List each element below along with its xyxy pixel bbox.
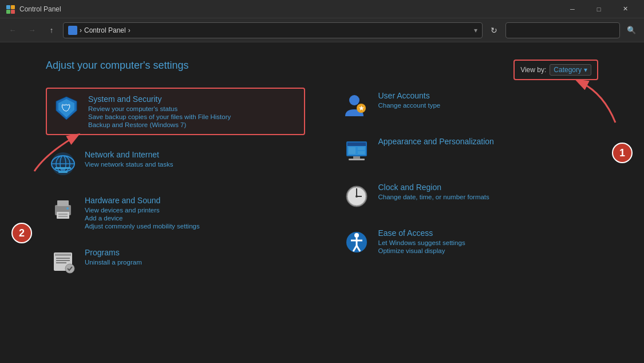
svg-rect-34 (358, 147, 365, 150)
network-internet-text: Network and Internet View network status… (85, 150, 173, 168)
user-accounts-links: Change account type (378, 102, 441, 109)
system-security-link-1[interactable]: Review your computer's status (88, 105, 231, 112)
ease-link-1[interactable]: Let Windows suggest settings (378, 239, 465, 246)
svg-rect-0 (6, 5, 10, 9)
left-column: 🛡 System and Security Review your comput… (46, 88, 305, 279)
category-hardware-sound[interactable]: Hardware and Sound View devices and prin… (46, 192, 305, 233)
hardware-link-3[interactable]: Adjust commonly used mobility settings (85, 223, 200, 230)
viewby-chevron: ▾ (584, 66, 587, 74)
user-accounts-link-1[interactable]: Change account type (378, 102, 441, 109)
svg-rect-32 (347, 143, 366, 146)
up-button[interactable]: ↑ (44, 22, 60, 38)
search-button[interactable]: 🔍 (623, 22, 639, 38)
category-clock-region[interactable]: Clock and Region Change date, time, or n… (339, 179, 599, 214)
svg-rect-36 (353, 156, 360, 159)
svg-rect-33 (349, 147, 355, 154)
system-security-icon: 🛡 (53, 94, 80, 122)
svg-point-45 (354, 233, 359, 238)
clock-region-title[interactable]: Clock and Region (378, 183, 489, 192)
programs-link-1[interactable]: Uninstall a program (85, 259, 142, 266)
annotation-arrow-2 (23, 125, 92, 183)
hardware-sound-text: Hardware and Sound View devices and prin… (85, 196, 200, 230)
programs-title[interactable]: Programs (85, 248, 142, 257)
category-user-accounts[interactable]: ★ User Accounts Change account type (339, 88, 599, 122)
svg-rect-25 (56, 262, 66, 263)
ease-link-2[interactable]: Optimize visual display (378, 247, 465, 254)
search-icon: 🔍 (627, 26, 636, 34)
viewby-dropdown[interactable]: Category ▾ (550, 64, 591, 76)
system-security-text: System and Security Review your computer… (88, 94, 231, 128)
path-arrow: › (128, 26, 131, 34)
appearance-title[interactable]: Appearance and Personalization (378, 137, 494, 146)
category-appearance[interactable]: Appearance and Personalization (339, 133, 599, 168)
svg-rect-35 (358, 151, 365, 154)
svg-rect-22 (55, 254, 71, 256)
svg-rect-18 (58, 214, 68, 215)
category-ease-access[interactable]: Ease of Access Let Windows suggest setti… (339, 225, 599, 259)
system-security-title[interactable]: System and Security (88, 94, 231, 104)
clock-region-text: Clock and Region Change date, time, or n… (378, 183, 489, 200)
clock-region-links: Change date, time, or number formats (378, 194, 489, 200)
svg-rect-24 (56, 260, 70, 261)
refresh-button[interactable]: ↻ (486, 22, 502, 38)
hardware-sound-title[interactable]: Hardware and Sound (85, 196, 200, 205)
category-programs[interactable]: Programs Uninstall a program (46, 244, 305, 279)
clock-link-1[interactable]: Change date, time, or number formats (378, 194, 489, 200)
content-area: 🛡 System and Security Review your comput… (46, 88, 598, 279)
forward-button[interactable]: → (24, 22, 40, 38)
network-link-1[interactable]: View network status and tasks (85, 161, 173, 168)
appearance-text: Appearance and Personalization (378, 137, 494, 148)
viewby-value: Category (554, 66, 582, 74)
annotation-badge-1: 1 (612, 143, 633, 163)
titlebar-controls: ─ □ ✕ (559, 0, 638, 18)
hardware-sound-links: View devices and printers Add a device A… (85, 207, 200, 230)
user-accounts-title[interactable]: User Accounts (378, 91, 441, 100)
main-content: Adjust your computer's settings View by:… (0, 42, 644, 363)
ease-access-text: Ease of Access Let Windows suggest setti… (378, 228, 465, 254)
right-column: ★ User Accounts Change account type (339, 88, 599, 279)
viewby-label: View by: (520, 66, 546, 74)
system-security-link-3[interactable]: Backup and Restore (Windows 7) (88, 121, 231, 128)
addressbar: ← → ↑ › Control Panel › ▾ ↻ 🔍 (0, 18, 644, 42)
search-input[interactable] (505, 22, 620, 38)
annotation-arrow-1 (570, 77, 627, 128)
network-internet-links: View network status and tasks (85, 161, 173, 168)
annotation-badge-2: 2 (11, 223, 32, 243)
clock-icon (343, 183, 370, 210)
path-dropdown[interactable]: ▾ (474, 26, 477, 34)
titlebar-title: Control Panel (19, 5, 61, 13)
svg-rect-1 (11, 5, 15, 9)
minimize-button[interactable]: ─ (559, 0, 586, 18)
hardware-link-1[interactable]: View devices and printers (85, 207, 200, 214)
app-icon (6, 5, 15, 14)
appearance-icon (343, 137, 370, 164)
hardware-link-2[interactable]: Add a device (85, 215, 200, 222)
path-label: › (80, 26, 82, 34)
ease-access-links: Let Windows suggest settings Optimize vi… (378, 239, 465, 254)
user-accounts-text: User Accounts Change account type (378, 91, 441, 109)
network-internet-title[interactable]: Network and Internet (85, 150, 173, 159)
titlebar: Control Panel ─ □ ✕ (0, 0, 644, 18)
close-button[interactable]: ✕ (612, 0, 638, 18)
back-button[interactable]: ← (5, 22, 21, 38)
svg-point-26 (65, 264, 74, 273)
ease-access-icon (343, 228, 370, 256)
programs-icon (49, 248, 77, 275)
svg-point-20 (66, 207, 69, 210)
ease-access-title[interactable]: Ease of Access (378, 228, 465, 238)
system-security-links: Review your computer's status Save backu… (88, 105, 231, 128)
titlebar-left: Control Panel (6, 5, 61, 14)
address-path[interactable]: › Control Panel › ▾ (63, 22, 483, 38)
svg-rect-3 (11, 10, 15, 14)
maximize-button[interactable]: □ (586, 0, 612, 18)
programs-text: Programs Uninstall a program (85, 248, 142, 266)
user-accounts-icon: ★ (343, 91, 370, 119)
system-security-link-2[interactable]: Save backup copies of your files with Fi… (88, 113, 231, 120)
path-text: Control Panel (84, 26, 126, 34)
svg-rect-2 (6, 10, 10, 14)
svg-rect-23 (56, 258, 70, 259)
svg-text:★: ★ (358, 104, 364, 112)
programs-links: Uninstall a program (85, 259, 142, 266)
svg-rect-37 (349, 159, 365, 160)
svg-text:🛡: 🛡 (61, 102, 72, 114)
